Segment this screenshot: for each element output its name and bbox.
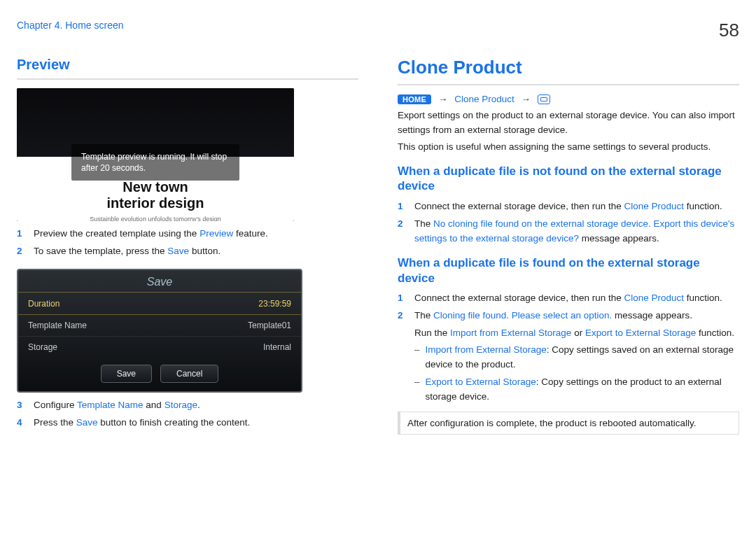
tv-wrap: Template preview is running. It will sto…	[17, 88, 302, 221]
intro-paragraph: Export settings on the product to an ext…	[398, 108, 739, 137]
text: and	[144, 400, 164, 410]
setting-value: Template01	[175, 314, 301, 336]
ui-term: Clone Product	[624, 201, 684, 211]
page-number: 58	[719, 20, 739, 41]
enter-icon	[538, 94, 550, 104]
tv-subtitle: Sustainble evolution unfolods tomorrw's …	[90, 216, 220, 221]
step-number: 2	[398, 217, 407, 246]
list-item: – Import from External Storage: Copy set…	[414, 343, 739, 372]
ui-term: No cloning file found on the external st…	[414, 218, 734, 244]
step-text: To save the template, press the Save but…	[34, 244, 220, 259]
save-dialog-title: Save	[18, 270, 301, 293]
step-item: 3 Configure Template Name and Storage.	[17, 398, 358, 413]
left-column: Preview Template preview is running. It …	[17, 57, 358, 435]
steps-not-found: 1 Connect the external storage device, t…	[398, 199, 739, 246]
step-text: Connect the external storage device, the…	[414, 291, 722, 306]
setting-value: 23:59:59	[175, 293, 301, 314]
text: To save the template, press the	[34, 246, 167, 256]
save-button[interactable]: Save	[101, 365, 152, 383]
ui-term: Import from External Storage	[426, 344, 547, 355]
nav-path: HOME → Clone Product →	[398, 94, 739, 104]
page: Chapter 4. Home screen 58 Preview Templa…	[0, 0, 756, 534]
step-text: Configure Template Name and Storage.	[34, 398, 200, 413]
setting-value: Internal	[175, 336, 301, 358]
step-number: 1	[17, 227, 27, 241]
step-item: 2 To save the template, press the Save b…	[17, 244, 358, 259]
columns: Preview Template preview is running. It …	[17, 57, 739, 435]
intro-paragraph: This option is useful when assigning the…	[398, 140, 739, 154]
arrow-icon: →	[438, 94, 448, 104]
text: Configure	[34, 400, 77, 410]
step-text: Connect the external storage device, the…	[414, 199, 722, 214]
text: or	[571, 328, 585, 338]
tv-title-line2: interior design	[107, 195, 204, 211]
section-rule	[398, 84, 739, 85]
step-item: 2 The Cloning file found. Please select …	[398, 309, 739, 323]
save-dialog: Save Duration 23:59:59 Template Name Tem…	[17, 269, 302, 393]
setting-key: Duration	[18, 293, 175, 314]
ui-term: Save	[167, 246, 189, 256]
ui-term: Storage	[164, 400, 197, 410]
text: Connect the external storage device, the…	[414, 293, 624, 303]
run-line: Run the Import from External Storage or …	[414, 326, 739, 340]
page-header: Chapter 4. Home screen 58	[17, 20, 739, 41]
table-row[interactable]: Template Name Template01	[18, 314, 301, 336]
tv-mockup: Template preview is running. It will sto…	[17, 88, 294, 221]
step-item: 2 The No cloning file found on the exter…	[398, 217, 739, 246]
text: The	[414, 218, 433, 229]
ui-term: Template Name	[77, 400, 144, 410]
text: Run the	[414, 328, 450, 338]
ui-term: Preview	[200, 228, 233, 239]
dash-icon: –	[414, 375, 420, 405]
breadcrumb: Chapter 4. Home screen	[17, 20, 124, 31]
text: button.	[189, 246, 220, 256]
tv-message: Template preview is running. It will sto…	[71, 144, 239, 181]
step-text: Preview the created template using the P…	[34, 227, 268, 241]
table-row[interactable]: Duration 23:59:59	[18, 293, 301, 314]
ui-term: Cloning file found. Please select an opt…	[433, 310, 612, 321]
right-column: Clone Product HOME → Clone Product → Exp…	[398, 57, 739, 435]
save-settings-table: Duration 23:59:59 Template Name Template…	[18, 293, 301, 358]
text: .	[197, 400, 200, 410]
save-dialog-wrap: Save Duration 23:59:59 Template Name Tem…	[17, 269, 302, 393]
list-text: Import from External Storage: Copy setti…	[426, 343, 739, 372]
step-number: 3	[17, 398, 27, 413]
ui-term: Clone Product	[624, 293, 684, 303]
save-dialog-buttons: Save Cancel	[18, 358, 301, 391]
step-item: 1 Connect the external storage device, t…	[398, 291, 739, 306]
ui-term: Import from External Storage	[450, 328, 571, 338]
ui-term: Export to External Storage	[585, 328, 696, 338]
text: function.	[684, 293, 722, 303]
steps-before-save: 1 Preview the created template using the…	[17, 227, 358, 259]
text: Connect the external storage device, the…	[414, 201, 624, 211]
list-item: – Export to External Storage: Copy setti…	[414, 375, 739, 405]
home-badge: HOME	[398, 94, 431, 104]
ui-term: Save	[76, 417, 98, 428]
ui-term: Export to External Storage	[426, 377, 536, 387]
text: message appears.	[579, 233, 659, 244]
setting-key: Template Name	[18, 314, 175, 336]
step-text: The No cloning file found on the externa…	[414, 217, 739, 246]
cancel-button[interactable]: Cancel	[160, 365, 218, 383]
setting-key: Storage	[18, 336, 175, 358]
text: button to finish creating the content.	[98, 417, 251, 428]
steps-after-save: 3 Configure Template Name and Storage. 4…	[17, 398, 358, 430]
subheading-found: When a duplicate file is found on the ex…	[398, 255, 739, 286]
subheading-not-found: When a duplicate file is not found on th…	[398, 164, 739, 194]
text: message appears.	[612, 310, 692, 321]
dash-list: – Import from External Storage: Copy set…	[414, 343, 739, 405]
step-number: 2	[17, 244, 27, 259]
step-number: 1	[398, 199, 407, 214]
text: function.	[684, 201, 722, 211]
list-text: Export to External Storage: Copy setting…	[426, 375, 739, 405]
step-number: 1	[398, 291, 407, 306]
step-item: 1 Preview the created template using the…	[17, 227, 358, 241]
steps-found: 1 Connect the external storage device, t…	[398, 291, 739, 323]
arrow-icon: →	[522, 94, 531, 104]
table-row[interactable]: Storage Internal	[18, 336, 301, 358]
step-number: 2	[398, 309, 407, 323]
step-text: The Cloning file found. Please select an…	[414, 309, 692, 323]
nav-clone-product: Clone Product	[454, 94, 514, 104]
text: Press the	[34, 417, 76, 428]
text: function.	[696, 328, 734, 338]
